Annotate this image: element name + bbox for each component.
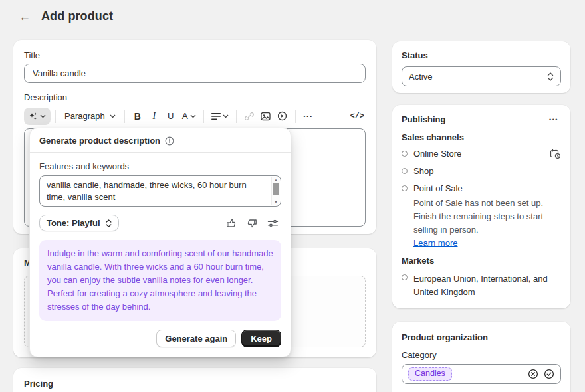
bold-button[interactable]: B <box>130 108 146 125</box>
richtext-toolbar: Paragraph B I U A <box>24 106 366 126</box>
sparkle-icon <box>29 112 38 121</box>
channel-bullet-icon <box>402 185 408 191</box>
thumbs-up-button[interactable] <box>226 218 237 229</box>
tone-select[interactable]: Tone: Playful <box>39 215 119 231</box>
features-text: vanilla candle, handmade, three wicks, 6… <box>40 176 281 207</box>
keep-button[interactable]: Keep <box>241 330 281 347</box>
category-input[interactable]: Candles <box>402 364 561 384</box>
pricing-card: Pricing <box>13 368 376 392</box>
toolbar-divider <box>124 110 125 123</box>
alignment-button[interactable] <box>209 108 231 125</box>
toolbar-more-button[interactable]: ••• <box>300 108 316 125</box>
channel-row-point-of-sale: Point of Sale <box>402 183 561 194</box>
tone-select-value: Tone: Playful <box>47 218 100 228</box>
market-row: European Union, International, and Unite… <box>402 272 561 299</box>
status-select[interactable]: Active <box>402 66 561 86</box>
category-label: Category <box>402 350 561 360</box>
underline-button[interactable]: U <box>163 108 179 125</box>
image-icon <box>261 112 271 121</box>
page-header: ← Add product <box>19 9 113 23</box>
generate-again-button[interactable]: Generate again <box>156 330 236 347</box>
link-icon <box>245 112 254 121</box>
publishing-card: Publishing ••• Sales channels Online Sto… <box>392 105 570 308</box>
calendar-clock-icon <box>550 149 561 159</box>
pricing-card-title: Pricing <box>24 379 366 389</box>
chevron-down-icon <box>40 114 46 118</box>
ai-description-popover: Generate product description Features an… <box>29 128 291 357</box>
scrollbar-thumb[interactable] <box>273 183 279 195</box>
markets-label: Markets <box>402 256 561 266</box>
status-select-value: Active <box>409 72 432 82</box>
channel-row-online-store: Online Store <box>402 149 561 159</box>
info-icon[interactable] <box>165 136 174 146</box>
market-label: European Union, International, and Unite… <box>413 272 561 299</box>
sliders-icon <box>267 219 279 228</box>
channel-bullet-icon <box>402 151 408 157</box>
organization-card-title: Product organization <box>402 332 561 342</box>
text-color-button[interactable]: A <box>179 108 199 125</box>
align-left-icon <box>211 112 221 120</box>
updown-chevrons-icon <box>106 219 112 227</box>
back-arrow-icon[interactable]: ← <box>19 11 31 23</box>
description-label: Description <box>24 92 366 102</box>
schedule-publish-button[interactable] <box>550 149 561 159</box>
insert-link-button[interactable] <box>241 108 257 125</box>
chevron-down-icon <box>110 114 116 118</box>
thumbs-down-icon <box>247 218 257 229</box>
channel-label: Online Store <box>413 149 461 159</box>
popover-title: Generate product description <box>39 136 160 146</box>
channel-row-shop: Shop <box>402 166 561 177</box>
features-scrollbar[interactable]: ▲ ▼ <box>271 177 280 205</box>
publishing-card-title: Publishing <box>402 114 445 124</box>
code-view-button[interactable]: </> <box>347 108 366 125</box>
ai-magic-button[interactable] <box>24 108 51 125</box>
status-card: Status Active <box>392 41 570 93</box>
category-confirm-button[interactable] <box>544 369 554 379</box>
insert-video-button[interactable] <box>275 108 291 125</box>
insert-image-button[interactable] <box>258 108 274 125</box>
channel-label: Shop <box>413 166 433 177</box>
thumbs-up-icon <box>226 218 237 229</box>
market-bullet-icon <box>402 274 408 280</box>
toolbar-divider <box>295 110 296 123</box>
pos-setup-note: Point of Sale has not been set up. Finis… <box>413 197 561 237</box>
circle-x-icon <box>528 369 538 379</box>
paragraph-style-label: Paragraph <box>64 111 105 121</box>
circle-check-icon <box>544 369 554 379</box>
toolbar-divider <box>203 110 204 123</box>
thumbs-down-button[interactable] <box>247 218 257 229</box>
channel-label: Point of Sale <box>413 183 463 194</box>
text-color-label: A <box>182 111 188 121</box>
features-label: Features and keywords <box>39 161 281 171</box>
ai-settings-button[interactable] <box>267 219 279 228</box>
scroll-down-icon[interactable]: ▼ <box>274 199 278 205</box>
features-textarea[interactable]: vanilla candle, handmade, three wicks, 6… <box>39 175 281 207</box>
sales-channels-label: Sales channels <box>402 132 561 142</box>
sidebar: Status Active Publishing ••• Sales chann… <box>392 41 570 392</box>
toolbar-divider <box>55 110 56 123</box>
title-label: Title <box>24 50 366 60</box>
publishing-menu-button[interactable]: ••• <box>546 115 561 124</box>
generated-description: Indulge in the warm and comforting scent… <box>39 240 281 321</box>
status-card-title: Status <box>402 50 561 60</box>
category-tag: Candles <box>408 367 452 381</box>
scroll-up-icon[interactable]: ▲ <box>274 177 278 183</box>
chevron-down-icon <box>190 114 196 118</box>
learn-more-link[interactable]: Learn more <box>413 238 457 248</box>
toolbar-divider <box>236 110 237 123</box>
updown-chevrons-icon <box>547 72 554 81</box>
italic-button[interactable]: I <box>146 108 162 125</box>
chevron-down-icon <box>223 114 229 118</box>
page-title: Add product <box>41 9 113 23</box>
play-circle-icon <box>277 111 287 121</box>
paragraph-style-select[interactable]: Paragraph <box>60 108 120 125</box>
product-organization-card: Product organization Category Candles <box>392 322 570 392</box>
channel-bullet-icon <box>402 168 408 174</box>
category-dismiss-button[interactable] <box>528 369 538 379</box>
title-input[interactable] <box>24 64 366 83</box>
